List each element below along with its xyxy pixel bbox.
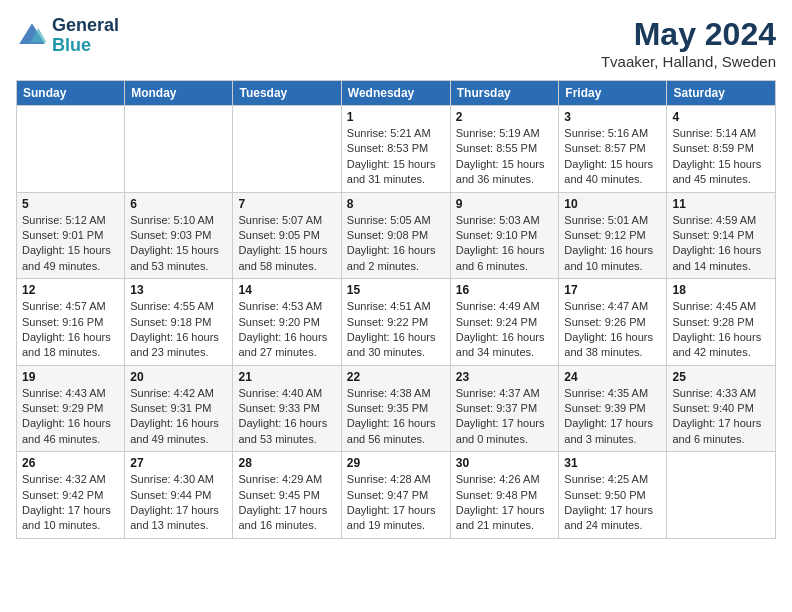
day-number: 6 bbox=[130, 197, 227, 211]
day-number: 19 bbox=[22, 370, 119, 384]
calendar-cell: 19Sunrise: 4:43 AMSunset: 9:29 PMDayligh… bbox=[17, 365, 125, 452]
calendar-cell: 17Sunrise: 4:47 AMSunset: 9:26 PMDayligh… bbox=[559, 279, 667, 366]
calendar-table: SundayMondayTuesdayWednesdayThursdayFrid… bbox=[16, 80, 776, 539]
day-info: Sunrise: 4:59 AMSunset: 9:14 PMDaylight:… bbox=[672, 213, 770, 275]
calendar-cell: 30Sunrise: 4:26 AMSunset: 9:48 PMDayligh… bbox=[450, 452, 559, 539]
day-number: 4 bbox=[672, 110, 770, 124]
calendar-cell: 5Sunrise: 5:12 AMSunset: 9:01 PMDaylight… bbox=[17, 192, 125, 279]
calendar-cell: 4Sunrise: 5:14 AMSunset: 8:59 PMDaylight… bbox=[667, 106, 776, 193]
day-number: 17 bbox=[564, 283, 661, 297]
calendar-cell: 27Sunrise: 4:30 AMSunset: 9:44 PMDayligh… bbox=[125, 452, 233, 539]
location-title: Tvaaker, Halland, Sweden bbox=[601, 53, 776, 70]
day-info: Sunrise: 4:32 AMSunset: 9:42 PMDaylight:… bbox=[22, 472, 119, 534]
calendar-cell: 12Sunrise: 4:57 AMSunset: 9:16 PMDayligh… bbox=[17, 279, 125, 366]
weekday-header: Sunday bbox=[17, 81, 125, 106]
calendar-cell: 18Sunrise: 4:45 AMSunset: 9:28 PMDayligh… bbox=[667, 279, 776, 366]
day-number: 7 bbox=[238, 197, 335, 211]
day-info: Sunrise: 5:19 AMSunset: 8:55 PMDaylight:… bbox=[456, 126, 554, 188]
weekday-header: Wednesday bbox=[341, 81, 450, 106]
day-number: 16 bbox=[456, 283, 554, 297]
calendar-week-row: 5Sunrise: 5:12 AMSunset: 9:01 PMDaylight… bbox=[17, 192, 776, 279]
day-info: Sunrise: 4:26 AMSunset: 9:48 PMDaylight:… bbox=[456, 472, 554, 534]
calendar-cell bbox=[667, 452, 776, 539]
day-number: 9 bbox=[456, 197, 554, 211]
calendar-cell: 10Sunrise: 5:01 AMSunset: 9:12 PMDayligh… bbox=[559, 192, 667, 279]
day-info: Sunrise: 4:40 AMSunset: 9:33 PMDaylight:… bbox=[238, 386, 335, 448]
day-info: Sunrise: 4:37 AMSunset: 9:37 PMDaylight:… bbox=[456, 386, 554, 448]
calendar-cell: 7Sunrise: 5:07 AMSunset: 9:05 PMDaylight… bbox=[233, 192, 341, 279]
day-info: Sunrise: 5:16 AMSunset: 8:57 PMDaylight:… bbox=[564, 126, 661, 188]
day-info: Sunrise: 4:30 AMSunset: 9:44 PMDaylight:… bbox=[130, 472, 227, 534]
day-info: Sunrise: 4:43 AMSunset: 9:29 PMDaylight:… bbox=[22, 386, 119, 448]
calendar-week-row: 12Sunrise: 4:57 AMSunset: 9:16 PMDayligh… bbox=[17, 279, 776, 366]
day-number: 5 bbox=[22, 197, 119, 211]
day-number: 25 bbox=[672, 370, 770, 384]
calendar-cell: 8Sunrise: 5:05 AMSunset: 9:08 PMDaylight… bbox=[341, 192, 450, 279]
calendar-cell: 11Sunrise: 4:59 AMSunset: 9:14 PMDayligh… bbox=[667, 192, 776, 279]
day-info: Sunrise: 4:28 AMSunset: 9:47 PMDaylight:… bbox=[347, 472, 445, 534]
day-number: 3 bbox=[564, 110, 661, 124]
calendar-cell: 29Sunrise: 4:28 AMSunset: 9:47 PMDayligh… bbox=[341, 452, 450, 539]
day-info: Sunrise: 5:07 AMSunset: 9:05 PMDaylight:… bbox=[238, 213, 335, 275]
day-info: Sunrise: 5:01 AMSunset: 9:12 PMDaylight:… bbox=[564, 213, 661, 275]
day-number: 2 bbox=[456, 110, 554, 124]
day-number: 13 bbox=[130, 283, 227, 297]
day-info: Sunrise: 4:45 AMSunset: 9:28 PMDaylight:… bbox=[672, 299, 770, 361]
calendar-cell: 1Sunrise: 5:21 AMSunset: 8:53 PMDaylight… bbox=[341, 106, 450, 193]
day-number: 1 bbox=[347, 110, 445, 124]
day-info: Sunrise: 5:21 AMSunset: 8:53 PMDaylight:… bbox=[347, 126, 445, 188]
day-number: 14 bbox=[238, 283, 335, 297]
calendar-cell: 6Sunrise: 5:10 AMSunset: 9:03 PMDaylight… bbox=[125, 192, 233, 279]
day-info: Sunrise: 5:05 AMSunset: 9:08 PMDaylight:… bbox=[347, 213, 445, 275]
calendar-cell: 14Sunrise: 4:53 AMSunset: 9:20 PMDayligh… bbox=[233, 279, 341, 366]
logo-text: General Blue bbox=[52, 16, 119, 56]
calendar-week-row: 19Sunrise: 4:43 AMSunset: 9:29 PMDayligh… bbox=[17, 365, 776, 452]
day-info: Sunrise: 4:55 AMSunset: 9:18 PMDaylight:… bbox=[130, 299, 227, 361]
day-info: Sunrise: 4:53 AMSunset: 9:20 PMDaylight:… bbox=[238, 299, 335, 361]
day-number: 30 bbox=[456, 456, 554, 470]
day-info: Sunrise: 4:38 AMSunset: 9:35 PMDaylight:… bbox=[347, 386, 445, 448]
weekday-header: Monday bbox=[125, 81, 233, 106]
day-info: Sunrise: 4:49 AMSunset: 9:24 PMDaylight:… bbox=[456, 299, 554, 361]
calendar-cell: 20Sunrise: 4:42 AMSunset: 9:31 PMDayligh… bbox=[125, 365, 233, 452]
day-info: Sunrise: 5:12 AMSunset: 9:01 PMDaylight:… bbox=[22, 213, 119, 275]
day-info: Sunrise: 4:47 AMSunset: 9:26 PMDaylight:… bbox=[564, 299, 661, 361]
calendar-cell: 28Sunrise: 4:29 AMSunset: 9:45 PMDayligh… bbox=[233, 452, 341, 539]
day-number: 15 bbox=[347, 283, 445, 297]
day-info: Sunrise: 4:57 AMSunset: 9:16 PMDaylight:… bbox=[22, 299, 119, 361]
day-number: 27 bbox=[130, 456, 227, 470]
logo-icon bbox=[16, 20, 48, 52]
day-number: 11 bbox=[672, 197, 770, 211]
calendar-cell: 21Sunrise: 4:40 AMSunset: 9:33 PMDayligh… bbox=[233, 365, 341, 452]
calendar-cell: 24Sunrise: 4:35 AMSunset: 9:39 PMDayligh… bbox=[559, 365, 667, 452]
calendar-week-row: 26Sunrise: 4:32 AMSunset: 9:42 PMDayligh… bbox=[17, 452, 776, 539]
title-block: May 2024 Tvaaker, Halland, Sweden bbox=[601, 16, 776, 70]
day-number: 28 bbox=[238, 456, 335, 470]
calendar-cell: 9Sunrise: 5:03 AMSunset: 9:10 PMDaylight… bbox=[450, 192, 559, 279]
day-info: Sunrise: 4:35 AMSunset: 9:39 PMDaylight:… bbox=[564, 386, 661, 448]
weekday-header: Tuesday bbox=[233, 81, 341, 106]
day-number: 12 bbox=[22, 283, 119, 297]
day-number: 8 bbox=[347, 197, 445, 211]
day-number: 29 bbox=[347, 456, 445, 470]
calendar-cell: 26Sunrise: 4:32 AMSunset: 9:42 PMDayligh… bbox=[17, 452, 125, 539]
day-number: 18 bbox=[672, 283, 770, 297]
weekday-header: Friday bbox=[559, 81, 667, 106]
day-info: Sunrise: 4:33 AMSunset: 9:40 PMDaylight:… bbox=[672, 386, 770, 448]
month-title: May 2024 bbox=[601, 16, 776, 53]
day-number: 31 bbox=[564, 456, 661, 470]
day-number: 22 bbox=[347, 370, 445, 384]
day-number: 24 bbox=[564, 370, 661, 384]
calendar-cell: 3Sunrise: 5:16 AMSunset: 8:57 PMDaylight… bbox=[559, 106, 667, 193]
calendar-cell: 15Sunrise: 4:51 AMSunset: 9:22 PMDayligh… bbox=[341, 279, 450, 366]
calendar-cell: 2Sunrise: 5:19 AMSunset: 8:55 PMDaylight… bbox=[450, 106, 559, 193]
day-number: 10 bbox=[564, 197, 661, 211]
calendar-week-row: 1Sunrise: 5:21 AMSunset: 8:53 PMDaylight… bbox=[17, 106, 776, 193]
calendar-cell: 16Sunrise: 4:49 AMSunset: 9:24 PMDayligh… bbox=[450, 279, 559, 366]
day-number: 23 bbox=[456, 370, 554, 384]
day-info: Sunrise: 4:25 AMSunset: 9:50 PMDaylight:… bbox=[564, 472, 661, 534]
day-number: 26 bbox=[22, 456, 119, 470]
calendar-cell bbox=[125, 106, 233, 193]
calendar-cell: 13Sunrise: 4:55 AMSunset: 9:18 PMDayligh… bbox=[125, 279, 233, 366]
calendar-cell: 23Sunrise: 4:37 AMSunset: 9:37 PMDayligh… bbox=[450, 365, 559, 452]
